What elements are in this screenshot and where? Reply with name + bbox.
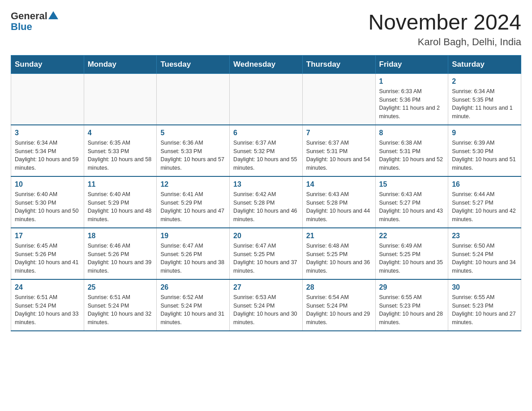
day-number: 29 [379,283,445,291]
day-info: Sunrise: 6:46 AM Sunset: 5:26 PM Dayligh… [88,242,153,275]
day-number: 23 [452,232,517,240]
day-info: Sunrise: 6:37 AM Sunset: 5:32 PM Dayligh… [233,139,299,172]
day-number: 12 [160,180,226,188]
day-info: Sunrise: 6:51 AM Sunset: 5:24 PM Dayligh… [88,293,153,327]
day-info: Sunrise: 6:44 AM Sunset: 5:27 PM Dayligh… [452,190,517,224]
day-number: 3 [15,129,80,137]
day-number: 9 [452,129,517,137]
calendar-cell: 22Sunrise: 6:49 AM Sunset: 5:25 PM Dayli… [375,228,448,279]
calendar-week-5: 24Sunrise: 6:51 AM Sunset: 5:24 PM Dayli… [11,279,521,331]
day-number: 30 [452,283,517,291]
day-number: 14 [306,180,372,188]
day-number: 16 [452,180,517,188]
day-number: 18 [88,232,153,240]
weekday-header-wednesday: Wednesday [230,55,303,73]
weekday-header-monday: Monday [84,55,157,73]
day-info: Sunrise: 6:36 AM Sunset: 5:33 PM Dayligh… [160,139,226,172]
calendar-cell: 13Sunrise: 6:42 AM Sunset: 5:28 PM Dayli… [230,176,303,228]
page-header: General Blue November 2024 Karol Bagh, D… [11,11,521,48]
calendar-week-2: 3Sunrise: 6:34 AM Sunset: 5:34 PM Daylig… [11,125,521,176]
weekday-header-saturday: Saturday [448,55,521,73]
day-number: 15 [379,180,445,188]
day-info: Sunrise: 6:48 AM Sunset: 5:25 PM Dayligh… [306,242,372,275]
calendar-cell: 14Sunrise: 6:43 AM Sunset: 5:28 PM Dayli… [302,176,375,228]
day-number: 8 [379,129,445,137]
svg-marker-0 [48,11,58,19]
day-number: 26 [160,283,226,291]
day-number: 13 [233,180,299,188]
weekday-header-tuesday: Tuesday [157,55,230,73]
day-number: 6 [233,129,299,137]
calendar-cell: 25Sunrise: 6:51 AM Sunset: 5:24 PM Dayli… [84,279,157,331]
weekday-header-friday: Friday [375,55,448,73]
calendar-cell [84,73,157,125]
calendar-cell: 8Sunrise: 6:38 AM Sunset: 5:31 PM Daylig… [375,125,448,176]
calendar-cell: 6Sunrise: 6:37 AM Sunset: 5:32 PM Daylig… [230,125,303,176]
day-number: 4 [88,129,153,137]
calendar-cell: 28Sunrise: 6:54 AM Sunset: 5:24 PM Dayli… [302,279,375,331]
day-number: 21 [306,232,372,240]
day-info: Sunrise: 6:42 AM Sunset: 5:28 PM Dayligh… [233,190,299,224]
day-number: 11 [88,180,153,188]
day-number: 5 [160,129,226,137]
calendar-cell [157,73,230,125]
calendar-cell: 17Sunrise: 6:45 AM Sunset: 5:26 PM Dayli… [11,228,84,279]
day-info: Sunrise: 6:33 AM Sunset: 5:36 PM Dayligh… [379,87,445,121]
calendar-cell: 23Sunrise: 6:50 AM Sunset: 5:24 PM Dayli… [448,228,521,279]
calendar-header-row: SundayMondayTuesdayWednesdayThursdayFrid… [11,55,521,73]
day-number: 17 [15,232,80,240]
day-info: Sunrise: 6:34 AM Sunset: 5:35 PM Dayligh… [452,87,517,121]
calendar-cell [11,73,84,125]
weekday-header-thursday: Thursday [302,55,375,73]
calendar-week-3: 10Sunrise: 6:40 AM Sunset: 5:30 PM Dayli… [11,176,521,228]
day-info: Sunrise: 6:55 AM Sunset: 5:23 PM Dayligh… [379,293,445,327]
day-number: 19 [160,232,226,240]
day-info: Sunrise: 6:41 AM Sunset: 5:29 PM Dayligh… [160,190,226,224]
calendar-title: November 2024 [368,11,521,34]
weekday-header-sunday: Sunday [11,55,84,73]
day-number: 22 [379,232,445,240]
calendar-cell: 27Sunrise: 6:53 AM Sunset: 5:24 PM Dayli… [230,279,303,331]
day-info: Sunrise: 6:53 AM Sunset: 5:24 PM Dayligh… [233,293,299,327]
calendar-cell: 4Sunrise: 6:35 AM Sunset: 5:33 PM Daylig… [84,125,157,176]
day-info: Sunrise: 6:47 AM Sunset: 5:26 PM Dayligh… [160,242,226,275]
day-info: Sunrise: 6:34 AM Sunset: 5:34 PM Dayligh… [15,139,80,172]
calendar-cell: 29Sunrise: 6:55 AM Sunset: 5:23 PM Dayli… [375,279,448,331]
day-info: Sunrise: 6:38 AM Sunset: 5:31 PM Dayligh… [379,139,445,172]
day-number: 2 [452,77,517,86]
day-info: Sunrise: 6:40 AM Sunset: 5:30 PM Dayligh… [15,190,80,224]
calendar-week-1: 1Sunrise: 6:33 AM Sunset: 5:36 PM Daylig… [11,73,521,125]
calendar-cell: 19Sunrise: 6:47 AM Sunset: 5:26 PM Dayli… [157,228,230,279]
calendar-cell: 16Sunrise: 6:44 AM Sunset: 5:27 PM Dayli… [448,176,521,228]
calendar-cell: 10Sunrise: 6:40 AM Sunset: 5:30 PM Dayli… [11,176,84,228]
calendar-cell [230,73,303,125]
calendar-cell: 18Sunrise: 6:46 AM Sunset: 5:26 PM Dayli… [84,228,157,279]
calendar-cell: 3Sunrise: 6:34 AM Sunset: 5:34 PM Daylig… [11,125,84,176]
calendar-cell: 2Sunrise: 6:34 AM Sunset: 5:35 PM Daylig… [448,73,521,125]
day-number: 1 [379,77,445,86]
day-number: 25 [88,283,153,291]
calendar-subtitle: Karol Bagh, Delhi, India [368,36,521,48]
day-info: Sunrise: 6:35 AM Sunset: 5:33 PM Dayligh… [88,139,153,172]
day-info: Sunrise: 6:43 AM Sunset: 5:27 PM Dayligh… [379,190,445,224]
calendar-cell: 1Sunrise: 6:33 AM Sunset: 5:36 PM Daylig… [375,73,448,125]
day-info: Sunrise: 6:40 AM Sunset: 5:29 PM Dayligh… [88,190,153,224]
day-info: Sunrise: 6:47 AM Sunset: 5:25 PM Dayligh… [233,242,299,275]
day-number: 10 [15,180,80,188]
day-number: 28 [306,283,372,291]
logo-blue-text: Blue [11,21,58,32]
calendar-table: SundayMondayTuesdayWednesdayThursdayFrid… [11,55,521,331]
calendar-cell: 12Sunrise: 6:41 AM Sunset: 5:29 PM Dayli… [157,176,230,228]
calendar-cell: 21Sunrise: 6:48 AM Sunset: 5:25 PM Dayli… [302,228,375,279]
day-number: 7 [306,129,372,137]
logo-triangle-icon [48,10,58,20]
calendar-cell [302,73,375,125]
calendar-cell: 5Sunrise: 6:36 AM Sunset: 5:33 PM Daylig… [157,125,230,176]
day-info: Sunrise: 6:45 AM Sunset: 5:26 PM Dayligh… [15,242,80,275]
day-info: Sunrise: 6:51 AM Sunset: 5:24 PM Dayligh… [15,293,80,327]
logo-general-text: General [11,11,47,21]
day-info: Sunrise: 6:50 AM Sunset: 5:24 PM Dayligh… [452,242,517,275]
calendar-cell: 15Sunrise: 6:43 AM Sunset: 5:27 PM Dayli… [375,176,448,228]
calendar-cell: 9Sunrise: 6:39 AM Sunset: 5:30 PM Daylig… [448,125,521,176]
calendar-cell: 7Sunrise: 6:37 AM Sunset: 5:31 PM Daylig… [302,125,375,176]
